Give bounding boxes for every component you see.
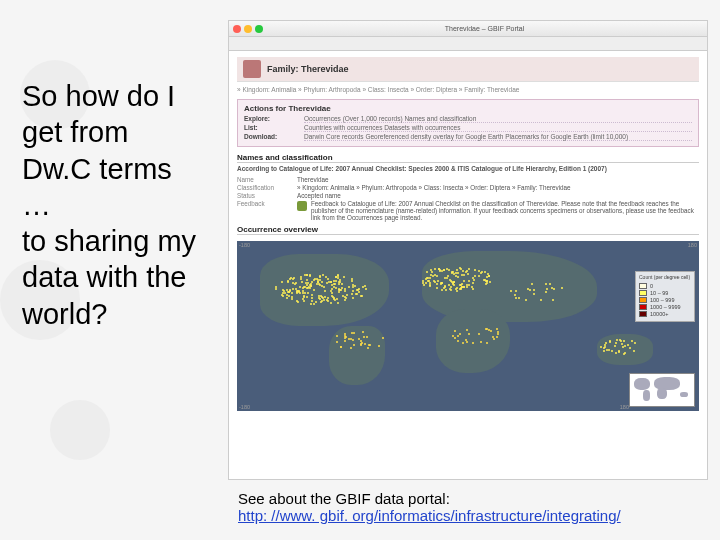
taxon-icon bbox=[243, 60, 261, 78]
action-links-list[interactable]: Countries with occurrences Datasets with… bbox=[304, 124, 692, 132]
names-classification-table: NameTherevidae Classification» Kingdom: … bbox=[237, 176, 699, 221]
legend-row: 10000+ bbox=[639, 311, 691, 317]
family-value: Therevidae bbox=[301, 64, 349, 74]
legend-label: 0 bbox=[650, 283, 653, 289]
occurrence-map: -180 180 -180 180 Count (per degree cell… bbox=[237, 241, 699, 411]
page-content: Family: Therevidae » Kingdom: Animalia »… bbox=[229, 51, 707, 419]
breadcrumb[interactable]: » Kingdom: Animalia » Phylum: Arthropoda… bbox=[237, 86, 699, 93]
legend-row: 0 bbox=[639, 283, 691, 289]
window-title: Therevidae – GBIF Portal bbox=[266, 25, 703, 32]
nc-label: Name bbox=[237, 176, 297, 183]
action-label: Explore: bbox=[244, 115, 304, 123]
nc-value[interactable]: » Kingdom: Animalia » Phylum: Arthropoda… bbox=[297, 184, 699, 191]
zoom-icon[interactable] bbox=[255, 25, 263, 33]
legend-title: Count (per degree cell) bbox=[639, 275, 691, 281]
nc-value: Accepted name bbox=[297, 192, 699, 199]
action-label: List: bbox=[244, 124, 304, 132]
window-titlebar: Therevidae – GBIF Portal bbox=[229, 21, 707, 37]
legend-row: 100 – 999 bbox=[639, 297, 691, 303]
nc-label: Status bbox=[237, 192, 297, 199]
axis-label: 180 bbox=[620, 404, 629, 410]
browser-screenshot: Therevidae – GBIF Portal Family: Therevi… bbox=[228, 20, 708, 480]
action-links-download[interactable]: Darwin Core records Georeferenced densit… bbox=[304, 133, 692, 141]
nc-label: Feedback bbox=[237, 200, 297, 221]
action-row: List: Countries with occurrences Dataset… bbox=[244, 124, 692, 132]
legend-row: 1000 – 9999 bbox=[639, 304, 691, 310]
world-map-canvas[interactable]: -180 180 -180 180 Count (per degree cell… bbox=[237, 241, 699, 411]
family-label: Family: bbox=[267, 64, 299, 74]
section-title-occurrence: Occurrence overview bbox=[237, 225, 699, 235]
axis-label: -180 bbox=[239, 404, 250, 410]
feedback-text: Feedback to Catalogue of Life: 2007 Annu… bbox=[311, 200, 699, 221]
action-row: Explore: Occurrences (Over 1,000 records… bbox=[244, 115, 692, 123]
actions-panel: Actions for Therevidae Explore: Occurren… bbox=[237, 99, 699, 147]
slide-caption: See about the GBIF data portal: http: //… bbox=[238, 490, 700, 524]
axis-label: -180 bbox=[239, 242, 250, 248]
caption-prefix: See about the GBIF data portal: bbox=[238, 490, 450, 507]
feedback-icon[interactable] bbox=[297, 201, 307, 211]
minimap[interactable] bbox=[629, 373, 695, 407]
legend-swatch bbox=[639, 290, 647, 296]
action-links-explore[interactable]: Occurrences (Over 1,000 records) Names a… bbox=[304, 115, 692, 123]
legend-label: 100 – 999 bbox=[650, 297, 674, 303]
actions-title: Actions for Therevidae bbox=[244, 104, 692, 113]
legend-label: 10000+ bbox=[650, 311, 669, 317]
legend-row: 10 – 99 bbox=[639, 290, 691, 296]
legend-swatch bbox=[639, 297, 647, 303]
section-title-names: Names and classification bbox=[237, 153, 699, 163]
legend-label: 1000 – 9999 bbox=[650, 304, 681, 310]
close-icon[interactable] bbox=[233, 25, 241, 33]
caption-link[interactable]: http: //www. gbif. org/informatics/infra… bbox=[238, 507, 621, 524]
minimize-icon[interactable] bbox=[244, 25, 252, 33]
map-legend: Count (per degree cell) 0 10 – 99 100 – … bbox=[635, 271, 695, 322]
nc-label: Classification bbox=[237, 184, 297, 191]
catalogue-of-life-note: According to Catalogue of Life: 2007 Ann… bbox=[237, 165, 699, 173]
action-row: Download: Darwin Core records Georeferen… bbox=[244, 133, 692, 141]
nc-value: Therevidae bbox=[297, 176, 699, 183]
legend-swatch bbox=[639, 311, 647, 317]
legend-swatch bbox=[639, 304, 647, 310]
family-header: Family: Therevidae bbox=[237, 57, 699, 82]
action-label: Download: bbox=[244, 133, 304, 141]
axis-label: 180 bbox=[688, 242, 697, 248]
legend-label: 10 – 99 bbox=[650, 290, 668, 296]
browser-toolbar bbox=[229, 37, 707, 51]
slide-question-text: So how do I get from Dw.C terms …to shar… bbox=[22, 78, 202, 332]
legend-swatch bbox=[639, 283, 647, 289]
